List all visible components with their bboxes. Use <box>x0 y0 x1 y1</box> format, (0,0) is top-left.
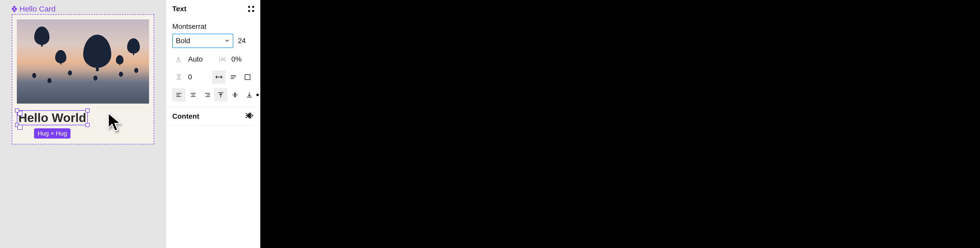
font-family-field[interactable]: Montserrat <box>172 18 254 34</box>
component-icon <box>12 6 18 12</box>
resize-handle-bl[interactable] <box>15 123 19 127</box>
empty-region <box>260 0 980 248</box>
vertical-align-middle-button[interactable] <box>228 88 242 102</box>
text-section-title: Text <box>172 5 186 13</box>
content-section: Content <box>166 107 260 126</box>
line-height-icon: A <box>172 52 186 66</box>
component-frame[interactable]: Hello World Hug × Hug <box>12 14 154 145</box>
paragraph-spacing-field[interactable]: 0 <box>188 73 192 81</box>
autolayout-size-badge: Hug × Hug <box>34 128 70 138</box>
paragraph-spacing-icon <box>172 70 186 84</box>
design-canvas[interactable]: Hello Card Hello World Hug × Hug <box>0 0 166 248</box>
svg-rect-3 <box>13 10 16 12</box>
svg-text:A: A <box>221 57 224 62</box>
resize-handle-tr[interactable] <box>86 108 89 113</box>
svg-text:A: A <box>177 56 180 62</box>
svg-rect-14 <box>245 75 250 79</box>
resize-handle-br[interactable] <box>86 123 89 127</box>
text-align-left-button[interactable] <box>172 88 186 102</box>
letter-spacing-icon: A <box>216 52 229 66</box>
text-node[interactable]: Hello World <box>18 111 87 125</box>
chevron-down-icon <box>224 37 230 45</box>
text-section: Text Montserrat Bold 24 A Auto <box>166 0 260 107</box>
svg-point-27 <box>249 115 250 116</box>
font-weight-select[interactable]: Bold <box>172 34 233 48</box>
svg-rect-2 <box>14 7 17 10</box>
svg-rect-1 <box>12 7 14 10</box>
apply-content-icon[interactable] <box>245 112 254 121</box>
component-label[interactable]: Hello Card <box>12 5 56 13</box>
fixed-size-button[interactable] <box>241 70 254 84</box>
properties-panel: Text Montserrat Bold 24 A Auto <box>166 0 260 248</box>
auto-height-button[interactable] <box>227 70 240 84</box>
svg-rect-0 <box>13 6 16 8</box>
text-align-center-button[interactable] <box>186 88 200 102</box>
font-size-field[interactable]: 24 <box>238 37 254 45</box>
letter-spacing-field[interactable]: 0% <box>231 55 242 63</box>
line-height-field[interactable]: Auto <box>188 55 203 63</box>
vertical-align-top-button[interactable] <box>214 88 228 102</box>
component-name: Hello Card <box>19 5 56 13</box>
vertical-align-bottom-button[interactable] <box>243 88 256 102</box>
font-weight-value: Bold <box>176 37 190 45</box>
auto-width-button[interactable] <box>212 70 226 84</box>
text-node-selection[interactable]: Hello World Hug × Hug <box>17 110 88 125</box>
text-style-button[interactable] <box>248 6 254 12</box>
text-align-right-button[interactable] <box>201 88 214 102</box>
content-section-title: Content <box>172 112 199 121</box>
card-image[interactable] <box>17 19 149 103</box>
resize-handle-tl[interactable] <box>15 108 19 113</box>
